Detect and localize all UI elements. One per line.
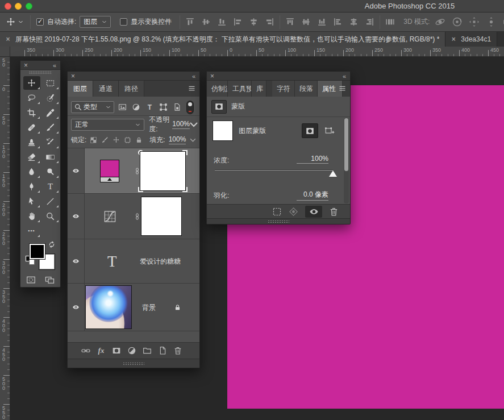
eye-icon[interactable]	[71, 167, 81, 174]
dodge-tool[interactable]	[42, 165, 59, 178]
shape-layer-filter-icon[interactable]	[159, 103, 168, 111]
properties-tab-库[interactable]: 库	[252, 81, 266, 97]
distribute-horizontal-centers-icon[interactable]	[348, 16, 359, 27]
new-layer-icon[interactable]	[158, 346, 167, 355]
layer-name[interactable]: 背景	[142, 302, 156, 312]
chevron-down-icon[interactable]	[189, 136, 197, 144]
show-transform-checkbox[interactable]	[120, 18, 127, 26]
type-tool[interactable]: T	[42, 180, 59, 193]
chevron-down-icon[interactable]	[106, 105, 111, 110]
mask-visibility-icon[interactable]	[309, 207, 319, 217]
path-selection-tool[interactable]	[23, 194, 40, 208]
add-vector-mask-icon[interactable]	[324, 126, 335, 136]
auto-select-dropdown[interactable]: 图层	[80, 16, 111, 28]
resize-gripper[interactable]	[123, 362, 144, 365]
resize-gripper[interactable]	[268, 220, 289, 223]
link-layers-icon[interactable]	[81, 346, 90, 355]
delete-mask-icon[interactable]	[329, 207, 339, 217]
clone-stamp-tool[interactable]	[23, 135, 40, 149]
chevron-down-icon[interactable]	[18, 19, 23, 24]
spot-healing-brush-tool[interactable]	[23, 120, 40, 134]
feather-value[interactable]: 0.0 像素	[297, 190, 328, 201]
properties-tab-工具预设[interactable]: 工具预设	[228, 81, 252, 97]
delete-layer-icon[interactable]	[173, 346, 182, 355]
layer-row[interactable]	[68, 194, 199, 239]
close-panel-icon[interactable]: ×	[23, 62, 29, 68]
mask-preview-thumbnail[interactable]	[213, 120, 233, 141]
eye-icon[interactable]	[71, 303, 81, 311]
auto-select-checkbox[interactable]	[36, 18, 44, 26]
properties-tab-仿制源[interactable]: 仿制源	[207, 81, 228, 97]
density-value[interactable]: 100%	[297, 155, 328, 164]
density-slider[interactable]	[215, 169, 333, 171]
layers-panel-header[interactable]: ×«	[68, 72, 199, 81]
hand-tool[interactable]	[23, 209, 40, 223]
document-tab[interactable]: ×3dea34c1	[445, 32, 497, 47]
close-panel-icon[interactable]: ×	[209, 73, 215, 79]
move-icon[interactable]	[6, 17, 16, 27]
collapse-panel-icon[interactable]: «	[340, 73, 348, 79]
mask-edge-icon[interactable]	[272, 207, 282, 217]
layer-row[interactable]: 背景	[68, 284, 199, 331]
eraser-tool[interactable]	[23, 150, 40, 164]
pen-tool[interactable]	[23, 180, 40, 193]
fill-chevron-holder[interactable]	[190, 138, 195, 143]
apply-mask-icon[interactable]	[289, 207, 298, 217]
vertical-ruler[interactable]: 50050100150200250300350400450500550	[0, 57, 10, 420]
move-tool[interactable]	[23, 76, 40, 90]
close-window-button[interactable]	[5, 3, 11, 10]
distribute-spacing-icon[interactable]	[385, 16, 395, 27]
align-right-edges-icon[interactable]	[264, 16, 275, 27]
scrollbar-thumb[interactable]	[344, 118, 348, 171]
layers-tab-图层[interactable]: 图层	[68, 81, 93, 97]
3d-roll-icon[interactable]	[451, 16, 463, 28]
opacity-chevron-holder[interactable]	[191, 122, 196, 127]
align-vertical-centers-icon[interactable]	[201, 16, 211, 27]
adjustment-layer-filter-icon[interactable]	[132, 103, 140, 111]
layer-row-content[interactable]: 背景	[85, 284, 199, 331]
horizontal-ruler[interactable]: 3503002502001501005005010015020025030035…	[10, 47, 504, 57]
layer-row-content[interactable]	[85, 194, 199, 239]
blend-mode-dropdown[interactable]: 正常	[71, 119, 144, 131]
fill-layer-thumbnail[interactable]	[100, 160, 119, 182]
gradient-tool[interactable]	[42, 150, 59, 164]
zoom-window-button[interactable]	[26, 3, 32, 10]
layers-tab-通道[interactable]: 通道	[93, 81, 119, 97]
edit-toolbar-button[interactable]: •••	[23, 224, 40, 238]
minimize-window-button[interactable]	[15, 3, 22, 10]
document-tab[interactable]: ×屏幕快照 2019-07-28 下午1.55.08.png @ 83.2% (…	[0, 32, 445, 47]
distribute-right-edges-icon[interactable]	[364, 16, 375, 27]
select-layer-mask-button[interactable]	[302, 123, 318, 138]
foreground-color-swatch[interactable]	[30, 244, 45, 259]
align-bottom-edges-icon[interactable]	[216, 16, 227, 27]
filter-kind-dropdown[interactable]: 类型	[71, 101, 114, 113]
fill-value[interactable]: 100%	[169, 135, 186, 144]
zoom-tool[interactable]	[42, 209, 59, 223]
distribute-bottom-edges-icon[interactable]	[316, 16, 327, 27]
properties-tab-段落[interactable]: 段落	[295, 81, 318, 97]
properties-tab-字符[interactable]: 字符	[272, 81, 295, 97]
distribute-top-edges-icon[interactable]	[285, 16, 295, 27]
layer-name[interactable]: 爱设计的糖糖	[140, 256, 181, 266]
layer-mask-thumbnail[interactable]	[138, 150, 188, 192]
align-left-edges-icon[interactable]	[232, 16, 243, 27]
chevron-down-icon[interactable]	[102, 19, 107, 24]
align-top-edges-icon[interactable]	[185, 16, 195, 27]
lock-position-icon[interactable]	[113, 136, 120, 144]
background-layer-thumbnail[interactable]	[85, 285, 132, 329]
3d-rotate-icon[interactable]	[434, 16, 446, 28]
layer-row-content[interactable]	[85, 148, 199, 193]
layer-filter-toggle[interactable]	[186, 101, 194, 114]
lock-transparent-icon[interactable]	[90, 136, 97, 144]
layer-row[interactable]: T爱设计的糖糖	[68, 239, 199, 284]
blur-tool[interactable]	[23, 165, 40, 178]
properties-scrollbar[interactable]	[344, 118, 349, 203]
layer-row[interactable]	[68, 148, 199, 194]
eyedropper-tool[interactable]	[42, 106, 59, 119]
close-panel-icon[interactable]: ×	[70, 73, 76, 79]
lock-all-icon[interactable]	[135, 136, 143, 144]
properties-panel-header[interactable]: ×«	[207, 72, 350, 81]
lock-artboard-icon[interactable]	[124, 136, 131, 144]
opacity-value[interactable]: 100%	[172, 120, 190, 129]
panel-menu-icon[interactable]	[338, 84, 347, 93]
